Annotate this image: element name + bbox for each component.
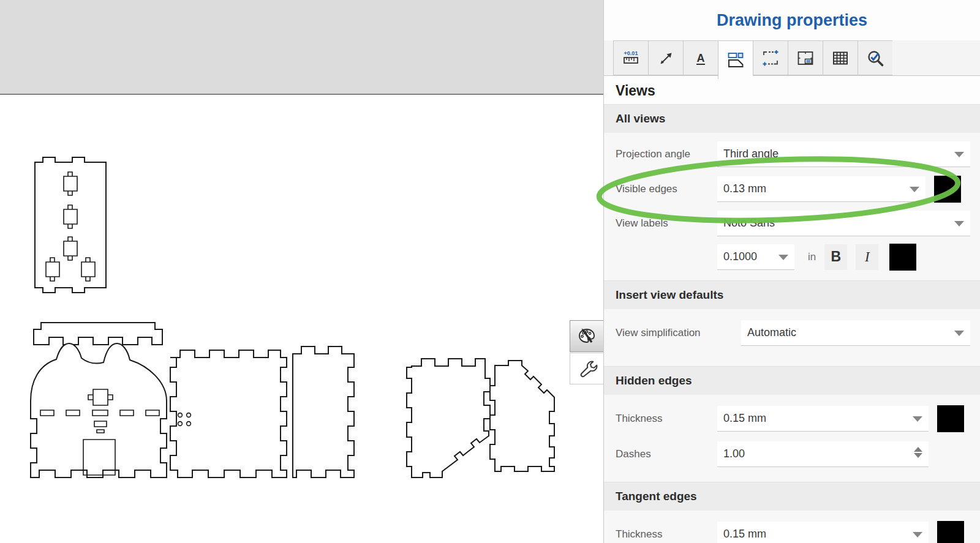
section-header-hidden-edges: Hidden edges (604, 366, 980, 395)
tab-arrow-style[interactable] (648, 40, 683, 75)
chevron-down-icon (913, 416, 922, 422)
dropdown-value: 0.15 mm (723, 528, 766, 541)
drawing-part-slotted-back-plate[interactable] (35, 157, 106, 293)
chevron-down-icon (954, 331, 964, 336)
row-tangent-thickness: Thickness 0.15 mm (604, 515, 980, 543)
tab-dimension-precision[interactable]: +0.01 (613, 40, 648, 75)
row-view-labels-font-style: 0.1000 in B I (604, 240, 980, 274)
tab-quality-check[interactable] (858, 40, 892, 75)
row-dashes: Dashes 1.00 (604, 438, 980, 470)
hidden-edges-color-swatch[interactable] (937, 405, 964, 432)
chevron-down-icon (778, 255, 788, 260)
chevron-down-icon (954, 221, 964, 227)
row-hidden-thickness: Thickness 0.15 mm (604, 400, 980, 438)
view-labels-font-dropdown[interactable]: Noto Sans (717, 211, 970, 236)
dropdown-value: Noto Sans (723, 217, 775, 230)
unit-label: in (808, 251, 816, 263)
hidden-thickness-dropdown[interactable]: 0.15 mm (717, 406, 929, 432)
properties-tabbar: +0.01 A (604, 40, 980, 76)
row-projection-angle: Projection angle Third angle (604, 137, 980, 171)
chevron-down-icon (954, 152, 964, 157)
font-color-swatch[interactable] (889, 244, 916, 271)
views-heading: Views (604, 76, 980, 104)
tab-sheet-border[interactable] (788, 40, 823, 75)
spinner-value: 1.00 (723, 448, 745, 460)
dropdown-value: 0.15 mm (723, 412, 766, 425)
tab-table-style[interactable] (823, 40, 858, 75)
dropdown-value: 0.13 mm (723, 182, 766, 195)
drawing-properties-panel: Drawing properties +0.01 (603, 0, 980, 543)
chevron-down-icon (910, 187, 919, 192)
tangent-thickness-label: Thickness (616, 528, 717, 541)
drawing-part-angled-side-panel-right[interactable] (490, 361, 554, 471)
wrench-icon (577, 358, 598, 379)
view-simplification-label: View simplification (616, 327, 741, 339)
projection-angle-label: Projection angle (616, 148, 717, 160)
tools-button[interactable] (570, 353, 604, 384)
chevron-down-icon (913, 532, 922, 537)
spinner-up-icon[interactable] (914, 447, 922, 452)
row-view-simplification: View simplification Automatic (604, 314, 980, 352)
drawing-part-square-side-panel[interactable] (170, 350, 287, 477)
app-window: Drawing properties +0.01 (0, 0, 980, 543)
text-style-glyph: A (697, 52, 705, 64)
view-labels-label: View labels (616, 217, 717, 230)
drawing-part-angled-side-panel-left[interactable] (407, 359, 490, 477)
bold-button[interactable]: B (824, 244, 847, 270)
tab-view-style[interactable] (718, 40, 753, 79)
drawing-part-narrow-side-panel[interactable] (293, 346, 354, 477)
panel-title: Drawing properties (604, 0, 980, 40)
palette-brush-icon (576, 326, 597, 346)
tab-annotation-placement[interactable] (753, 40, 788, 75)
dashes-spinner[interactable]: 1.00 (717, 441, 929, 467)
section-header-all-views: All views (604, 104, 980, 133)
tabbar-filler (892, 40, 980, 75)
dropdown-value: 0.1000 (723, 250, 757, 263)
precision-text: +0.01 (624, 50, 638, 56)
font-size-dropdown[interactable]: 0.1000 (717, 244, 794, 270)
appearance-button[interactable] (570, 320, 604, 352)
section-header-tangent-edges: Tangent edges (604, 482, 980, 511)
dashes-label: Dashes (616, 448, 717, 460)
row-visible-edges: Visible edges 0.13 mm (604, 171, 980, 206)
projection-angle-dropdown[interactable]: Third angle (717, 141, 970, 167)
tab-text-style[interactable]: A (683, 40, 718, 75)
visible-edges-label: Visible edges (616, 183, 717, 195)
row-view-labels: View labels Noto Sans (604, 206, 980, 240)
drawing-part-top-bar-strip[interactable] (34, 323, 162, 345)
visible-edges-thickness-dropdown[interactable]: 0.13 mm (717, 176, 925, 202)
drawing-part-cat-face-front-panel[interactable] (31, 343, 167, 477)
drawing-canvas[interactable] (0, 0, 603, 543)
italic-button[interactable]: I (856, 244, 878, 270)
spinner-down-icon[interactable] (914, 453, 922, 458)
dropdown-value: Automatic (747, 326, 796, 339)
visible-edges-color-swatch[interactable] (934, 176, 961, 203)
view-simplification-dropdown[interactable]: Automatic (741, 320, 970, 346)
section-header-insert-view-defaults: Insert view defaults (604, 280, 980, 309)
tangent-edges-color-swatch[interactable] (937, 521, 964, 543)
hidden-thickness-label: Thickness (616, 413, 717, 425)
tangent-thickness-dropdown[interactable]: 0.15 mm (717, 522, 929, 543)
dropdown-value: Third angle (723, 148, 778, 160)
